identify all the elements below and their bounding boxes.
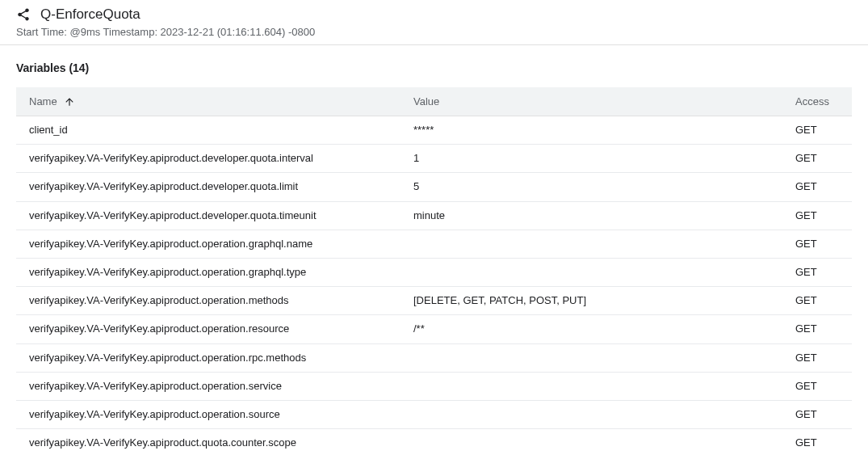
header-title-row: Q-EnforceQuota [16, 6, 852, 23]
cell-access: GET [795, 209, 852, 223]
table-row[interactable]: verifyapikey.VA-VerifyKey.apiproduct.ope… [16, 373, 852, 401]
cell-access: GET [795, 379, 852, 394]
cell-value [413, 265, 795, 280]
cell-name: verifyapikey.VA-VerifyKey.apiproduct.quo… [16, 436, 413, 450]
cell-value [413, 407, 795, 422]
table-row[interactable]: verifyapikey.VA-VerifyKey.apiproduct.ope… [16, 259, 852, 287]
cell-access: GET [795, 293, 852, 308]
table-row[interactable]: verifyapikey.VA-VerifyKey.apiproduct.ope… [16, 230, 852, 259]
page-title: Q-EnforceQuota [40, 6, 140, 23]
variables-table: Name Value Access client_id*****GETverif… [16, 87, 852, 455]
table-body: client_id*****GETverifyapikey.VA-VerifyK… [16, 116, 852, 455]
cell-value: [DELETE, GET, PATCH, POST, PUT] [413, 293, 795, 308]
column-header-name[interactable]: Name [16, 95, 413, 107]
cell-value [413, 237, 795, 251]
cell-value [413, 379, 795, 394]
cell-value [413, 351, 795, 365]
cell-access: GET [795, 265, 852, 280]
sort-ascending-icon [64, 96, 75, 107]
cell-name: verifyapikey.VA-VerifyKey.apiproduct.dev… [16, 179, 413, 194]
column-header-value-label: Value [413, 95, 439, 107]
cell-name: verifyapikey.VA-VerifyKey.apiproduct.dev… [16, 151, 413, 166]
page-subtitle: Start Time: @9ms Timestamp: 2023-12-21 (… [16, 26, 852, 38]
cell-value [413, 436, 795, 450]
column-header-access-label: Access [795, 95, 829, 107]
cell-access: GET [795, 179, 852, 194]
column-header-value[interactable]: Value [413, 95, 795, 107]
cell-name: verifyapikey.VA-VerifyKey.apiproduct.ope… [16, 293, 413, 308]
cell-name: verifyapikey.VA-VerifyKey.apiproduct.dev… [16, 209, 413, 223]
table-row[interactable]: verifyapikey.VA-VerifyKey.apiproduct.quo… [16, 429, 852, 455]
cell-value: minute [413, 209, 795, 223]
cell-access: GET [795, 407, 852, 422]
table-row[interactable]: client_id*****GET [16, 116, 852, 145]
content: Variables (14) Name Value Access client_… [0, 45, 868, 455]
cell-value: ***** [413, 123, 795, 137]
cell-value: 5 [413, 179, 795, 194]
table-row[interactable]: verifyapikey.VA-VerifyKey.apiproduct.ope… [16, 315, 852, 343]
table-row[interactable]: verifyapikey.VA-VerifyKey.apiproduct.ope… [16, 344, 852, 373]
cell-access: GET [795, 351, 852, 365]
table-row[interactable]: verifyapikey.VA-VerifyKey.apiproduct.dev… [16, 145, 852, 173]
column-header-name-label: Name [29, 95, 57, 107]
table-header: Name Value Access [16, 87, 852, 116]
table-row[interactable]: verifyapikey.VA-VerifyKey.apiproduct.dev… [16, 173, 852, 201]
cell-value: 1 [413, 151, 795, 166]
column-header-access[interactable]: Access [795, 95, 852, 107]
cell-name: verifyapikey.VA-VerifyKey.apiproduct.ope… [16, 322, 413, 336]
cell-access: GET [795, 436, 852, 450]
cell-name: verifyapikey.VA-VerifyKey.apiproduct.ope… [16, 237, 413, 251]
share-icon [16, 7, 31, 22]
cell-access: GET [795, 151, 852, 166]
page-header: Q-EnforceQuota Start Time: @9ms Timestam… [0, 0, 868, 45]
cell-name: verifyapikey.VA-VerifyKey.apiproduct.ope… [16, 351, 413, 365]
cell-value: /** [413, 322, 795, 336]
cell-access: GET [795, 237, 852, 251]
table-row[interactable]: verifyapikey.VA-VerifyKey.apiproduct.ope… [16, 401, 852, 429]
variables-section-title: Variables (14) [16, 61, 852, 74]
cell-name: client_id [16, 123, 413, 137]
cell-name: verifyapikey.VA-VerifyKey.apiproduct.ope… [16, 265, 413, 280]
cell-access: GET [795, 123, 852, 137]
table-row[interactable]: verifyapikey.VA-VerifyKey.apiproduct.dev… [16, 202, 852, 230]
cell-access: GET [795, 322, 852, 336]
cell-name: verifyapikey.VA-VerifyKey.apiproduct.ope… [16, 379, 413, 394]
cell-name: verifyapikey.VA-VerifyKey.apiproduct.ope… [16, 407, 413, 422]
table-row[interactable]: verifyapikey.VA-VerifyKey.apiproduct.ope… [16, 287, 852, 315]
